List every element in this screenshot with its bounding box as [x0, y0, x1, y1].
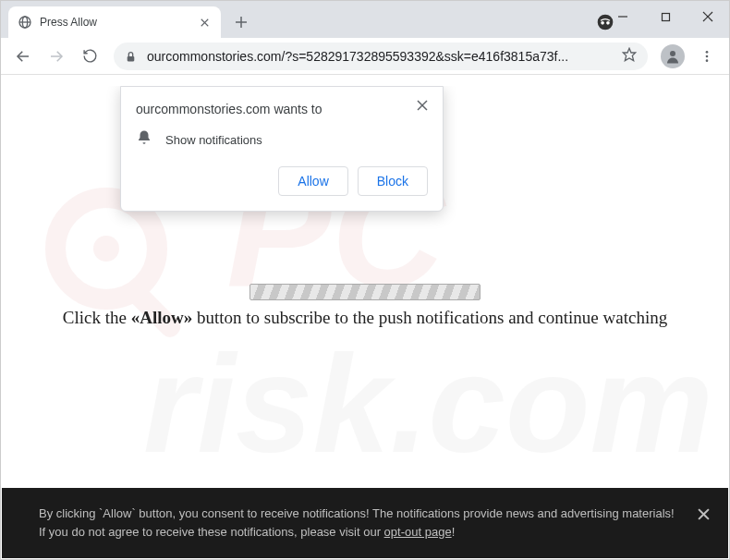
close-window-button[interactable]	[687, 1, 729, 32]
page-content: PC risk.com ourcommonstories.com wants t…	[2, 86, 728, 558]
new-tab-button[interactable]	[228, 9, 254, 35]
tab-title: Press Allow	[40, 16, 197, 29]
svg-point-21	[706, 59, 709, 62]
close-banner-button[interactable]	[698, 503, 710, 528]
maximize-button[interactable]	[644, 1, 687, 32]
opt-out-link[interactable]: opt-out page	[384, 525, 452, 539]
close-popup-button[interactable]	[413, 96, 432, 115]
notification-permission-popup: ourcommonstories.com wants to Show notif…	[120, 86, 444, 212]
browser-tab[interactable]: Press Allow	[8, 6, 221, 38]
bookmark-star-icon[interactable]	[622, 47, 637, 66]
instruction-text: Click the «Allow» button to subscribe to…	[2, 308, 728, 328]
profile-avatar[interactable]	[661, 44, 685, 68]
consent-text: By clicking `Allow` button, you consent …	[39, 506, 675, 539]
consent-banner: By clicking `Allow` button, you consent …	[2, 488, 728, 558]
lock-icon	[125, 50, 138, 63]
close-tab-button[interactable]	[197, 15, 212, 30]
svg-rect-1	[662, 13, 669, 20]
permission-item-label: Show notifications	[165, 133, 262, 147]
loading-progress-bar	[249, 284, 481, 300]
svg-point-20	[706, 55, 709, 57]
bell-icon	[136, 129, 152, 150]
kebab-menu-icon[interactable]	[692, 42, 722, 71]
block-button[interactable]: Block	[358, 166, 428, 196]
allow-button[interactable]: Allow	[278, 166, 347, 196]
window-controls	[602, 1, 729, 32]
url-text: ourcommonstories.com/?s=5282917328955933…	[147, 49, 614, 64]
address-bar[interactable]: ourcommonstories.com/?s=5282917328955933…	[114, 43, 648, 70]
svg-marker-17	[623, 48, 635, 60]
reload-button[interactable]	[75, 42, 104, 71]
svg-text:risk.com: risk.com	[143, 326, 713, 481]
toolbar: ourcommonstories.com/?s=5282917328955933…	[1, 38, 729, 75]
forward-button[interactable]	[42, 42, 71, 71]
back-button[interactable]	[8, 42, 38, 71]
svg-point-18	[670, 51, 675, 56]
globe-icon	[18, 15, 32, 30]
svg-point-19	[706, 51, 709, 54]
permission-title: ourcommonstories.com wants to	[136, 102, 428, 116]
svg-rect-16	[128, 55, 135, 60]
minimize-button[interactable]	[602, 1, 644, 32]
svg-point-23	[93, 236, 119, 262]
